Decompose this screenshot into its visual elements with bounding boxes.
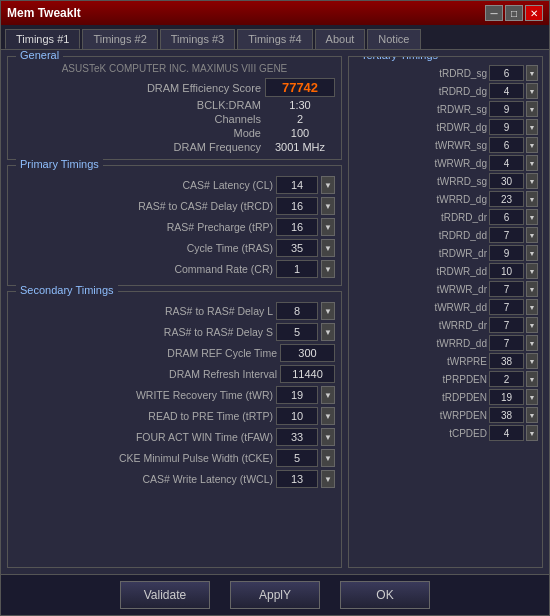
- tert-input-10[interactable]: [489, 245, 524, 261]
- tert-drop-20[interactable]: ▼: [526, 425, 538, 441]
- bclk-row: BCLK:DRAM 1:30: [14, 99, 335, 111]
- sec-drop-1[interactable]: ▼: [321, 323, 335, 341]
- tert-input-8[interactable]: [489, 209, 524, 225]
- tert-label-2: tRDWR_sg: [353, 104, 487, 115]
- primary-drop-4[interactable]: ▼: [321, 260, 335, 278]
- primary-drop-3[interactable]: ▼: [321, 239, 335, 257]
- primary-input-4[interactable]: [276, 260, 318, 278]
- tert-input-20[interactable]: [489, 425, 524, 441]
- tert-drop-15[interactable]: ▼: [526, 335, 538, 351]
- tert-input-17[interactable]: [489, 371, 524, 387]
- sec-input-4[interactable]: [276, 386, 318, 404]
- tert-row-12: tWRWR_dr ▼: [353, 281, 538, 297]
- sec-row-3: DRAM Refresh Interval: [14, 365, 335, 383]
- minimize-button[interactable]: ─: [485, 5, 503, 21]
- tert-drop-13[interactable]: ▼: [526, 299, 538, 315]
- tab-bar: Timings #1 Timings #2 Timings #3 Timings…: [1, 25, 549, 50]
- close-button[interactable]: ✕: [525, 5, 543, 21]
- sec-drop-5[interactable]: ▼: [321, 407, 335, 425]
- tab-timings4[interactable]: Timings #4: [237, 29, 312, 49]
- apply-button[interactable]: ApplY: [230, 581, 320, 609]
- tert-input-3[interactable]: [489, 119, 524, 135]
- tert-drop-8[interactable]: ▼: [526, 209, 538, 225]
- primary-drop-2[interactable]: ▼: [321, 218, 335, 236]
- tert-drop-10[interactable]: ▼: [526, 245, 538, 261]
- tert-drop-12[interactable]: ▼: [526, 281, 538, 297]
- tert-drop-18[interactable]: ▼: [526, 389, 538, 405]
- tert-input-9[interactable]: [489, 227, 524, 243]
- sec-input-2[interactable]: [280, 344, 335, 362]
- tert-drop-1[interactable]: ▼: [526, 83, 538, 99]
- primary-drop-0[interactable]: ▼: [321, 176, 335, 194]
- tert-input-7[interactable]: [489, 191, 524, 207]
- tab-timings2[interactable]: Timings #2: [82, 29, 157, 49]
- channels-label: Channels: [14, 113, 261, 125]
- sec-input-6[interactable]: [276, 428, 318, 446]
- sec-input-8[interactable]: [276, 470, 318, 488]
- tert-drop-2[interactable]: ▼: [526, 101, 538, 117]
- tert-input-14[interactable]: [489, 317, 524, 333]
- freq-label: DRAM Frequency: [14, 141, 261, 153]
- tert-label-17: tPRPDEN: [353, 374, 487, 385]
- tert-drop-14[interactable]: ▼: [526, 317, 538, 333]
- tert-input-19[interactable]: [489, 407, 524, 423]
- tert-input-0[interactable]: [489, 65, 524, 81]
- tert-drop-9[interactable]: ▼: [526, 227, 538, 243]
- sec-input-3[interactable]: [280, 365, 335, 383]
- tert-input-5[interactable]: [489, 155, 524, 171]
- tert-input-16[interactable]: [489, 353, 524, 369]
- primary-input-2[interactable]: [276, 218, 318, 236]
- primary-input-1[interactable]: [276, 197, 318, 215]
- bclk-label: BCLK:DRAM: [14, 99, 261, 111]
- tert-label-15: tWRRD_dd: [353, 338, 487, 349]
- tert-drop-3[interactable]: ▼: [526, 119, 538, 135]
- tert-input-6[interactable]: [489, 173, 524, 189]
- tert-row-15: tWRRD_dd ▼: [353, 335, 538, 351]
- sec-input-1[interactable]: [276, 323, 318, 341]
- tert-input-15[interactable]: [489, 335, 524, 351]
- primary-input-0[interactable]: [276, 176, 318, 194]
- sec-drop-6[interactable]: ▼: [321, 428, 335, 446]
- tert-input-13[interactable]: [489, 299, 524, 315]
- tert-input-1[interactable]: [489, 83, 524, 99]
- tert-label-16: tWRPRE: [353, 356, 487, 367]
- validate-button[interactable]: Validate: [120, 581, 210, 609]
- tert-drop-5[interactable]: ▼: [526, 155, 538, 171]
- tert-label-10: tRDWR_dr: [353, 248, 487, 259]
- tert-drop-17[interactable]: ▼: [526, 371, 538, 387]
- tert-input-12[interactable]: [489, 281, 524, 297]
- mode-label: Mode: [14, 127, 261, 139]
- tab-timings3[interactable]: Timings #3: [160, 29, 235, 49]
- sec-drop-8[interactable]: ▼: [321, 470, 335, 488]
- tab-about[interactable]: About: [315, 29, 366, 49]
- ok-button[interactable]: OK: [340, 581, 430, 609]
- tab-timings1[interactable]: Timings #1: [5, 29, 80, 49]
- tert-drop-11[interactable]: ▼: [526, 263, 538, 279]
- tab-notice[interactable]: Notice: [367, 29, 420, 49]
- primary-group: Primary Timings CAS# Latency (CL) ▼ RAS#…: [7, 165, 342, 286]
- sec-drop-4[interactable]: ▼: [321, 386, 335, 404]
- sec-drop-7[interactable]: ▼: [321, 449, 335, 467]
- sec-label-3: DRAM Refresh Interval: [14, 368, 277, 380]
- tert-row-8: tRDRD_dr ▼: [353, 209, 538, 225]
- restore-button[interactable]: □: [505, 5, 523, 21]
- tert-input-18[interactable]: [489, 389, 524, 405]
- primary-label-4: Command Rate (CR): [14, 263, 273, 275]
- tert-drop-19[interactable]: ▼: [526, 407, 538, 423]
- sec-input-0[interactable]: [276, 302, 318, 320]
- primary-input-3[interactable]: [276, 239, 318, 257]
- sec-input-5[interactable]: [276, 407, 318, 425]
- mode-value: 100: [265, 127, 335, 139]
- sec-drop-0[interactable]: ▼: [321, 302, 335, 320]
- tert-drop-0[interactable]: ▼: [526, 65, 538, 81]
- tert-input-4[interactable]: [489, 137, 524, 153]
- sec-input-7[interactable]: [276, 449, 318, 467]
- primary-row-3: Cycle Time (tRAS) ▼: [14, 239, 335, 257]
- tert-drop-7[interactable]: ▼: [526, 191, 538, 207]
- tert-input-11[interactable]: [489, 263, 524, 279]
- tert-input-2[interactable]: [489, 101, 524, 117]
- tert-drop-16[interactable]: ▼: [526, 353, 538, 369]
- tert-drop-4[interactable]: ▼: [526, 137, 538, 153]
- primary-drop-1[interactable]: ▼: [321, 197, 335, 215]
- tert-drop-6[interactable]: ▼: [526, 173, 538, 189]
